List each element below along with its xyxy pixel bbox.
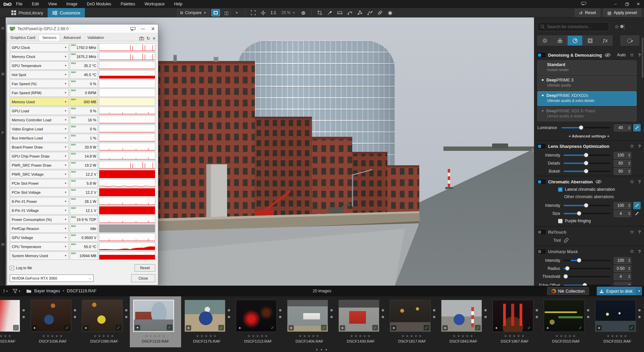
help-icon[interactable]: ? <box>638 179 641 184</box>
sensor-select[interactable]: Video Engine Load▼ <box>10 125 69 133</box>
favorite-star-icon[interactable]: ☆ <box>630 143 634 149</box>
panel-scrollbar[interactable] <box>642 38 643 78</box>
filmstrip[interactable]: ✦✓ ★★★★★ DSCF1023.RAF ✦✓ ★★★★★ DSCF1036.… <box>0 296 644 352</box>
gpuz-close-button-bottom[interactable]: Close <box>131 274 155 282</box>
tab-customize[interactable]: Customize <box>48 8 85 17</box>
filmstrip-thumbnail[interactable]: ✦✓ ★★★★★ DSCF2010.RAF <box>540 296 592 347</box>
bandage-icon[interactable] <box>563 237 569 243</box>
eye-slash-icon[interactable] <box>595 180 602 184</box>
sensor-select[interactable]: PWR_SRC Power Draw▼ <box>10 161 69 169</box>
apply-preset-button[interactable]: ▤ Apply preset <box>603 9 641 17</box>
lens-bokeh-value-box[interactable]: 50 <box>614 168 631 175</box>
star-rating[interactable]: ★★★★★ <box>386 334 438 338</box>
star-rating[interactable]: ★★★★★ <box>130 334 181 338</box>
lens-details-slider[interactable] <box>564 163 610 164</box>
gpuz-close-button[interactable]: ✕ <box>148 25 158 33</box>
chromatic-aberration-enable-toggle[interactable] <box>537 180 545 184</box>
export-to-disk-button[interactable]: Export to disk ▼ <box>597 287 642 295</box>
thumbnail-image[interactable]: ✦✓ <box>492 300 533 332</box>
sensor-select[interactable]: GPU Clock▼ <box>10 43 69 52</box>
filmstrip-thumbnail[interactable]: ✦✓ ★★★★★ DSCF1213.RAF <box>232 296 284 347</box>
sensor-select[interactable]: Memory Used▼ <box>10 98 69 106</box>
sensor-select[interactable]: Memory Controller Load▼ <box>10 116 69 124</box>
zoom-1to1-button[interactable]: 1:1 <box>269 9 277 17</box>
gpuz-tab-graphics-card[interactable]: Graphics Card <box>7 35 39 41</box>
active-corrections-toggle[interactable] <box>624 24 625 30</box>
reset-button[interactable]: ↺ Reset <box>575 9 600 17</box>
filmstrip-thumbnail[interactable]: ✦✓ ★★★★★ DSCF1967.RAF <box>489 296 540 347</box>
favorites-filter-icon[interactable]: ☆ <box>614 24 619 30</box>
single-view-button[interactable] <box>211 9 220 16</box>
nik-collection-button[interactable]: Nik Collection <box>547 287 589 295</box>
purple-fringing-row[interactable]: Purple fringing <box>558 219 591 223</box>
sensor-select[interactable]: Fan Speed (RPM)▼ <box>10 89 69 97</box>
sensor-select[interactable]: GPU Chip Power Draw▼ <box>10 152 69 160</box>
menu-edit[interactable]: Edit <box>27 0 44 8</box>
lens-intensity-value-box[interactable]: 100 <box>614 152 631 159</box>
favorite-star-icon[interactable]: ☆ <box>630 179 634 185</box>
thumbnail-image[interactable]: ✦✓ <box>544 300 585 332</box>
denoise-option-deepprime3[interactable]: ✦DeepPRIME 3 Ultimate quality <box>537 76 637 91</box>
filmstrip-thumbnail[interactable]: ✦✓ ★★★★★ DSCF1430.RAF <box>335 296 386 347</box>
filmstrip-scroll-handle[interactable]: ● ● ● <box>0 348 644 351</box>
star-rating[interactable]: ★★★★★ <box>489 334 540 338</box>
star-rating[interactable]: ★★★★★ <box>438 334 489 338</box>
favorite-star-icon[interactable]: ☆ <box>630 52 634 58</box>
sensor-select[interactable]: PWR_SRC Voltage▼ <box>10 170 69 178</box>
lateral-ca-checkbox-row[interactable]: ✓ Lateral chromatic aberration <box>558 187 615 192</box>
sensor-select[interactable]: Fan Speed (%)▼ <box>10 79 69 88</box>
star-rating[interactable]: ★★★★★ <box>0 334 27 338</box>
lateral-ca-checkbox[interactable]: ✓ <box>558 187 562 192</box>
control-line-icon[interactable] <box>356 9 364 17</box>
usm-radius-value-box[interactable]: 0.50 <box>614 265 631 272</box>
crop-tool-icon[interactable] <box>316 9 324 17</box>
thumbnail-image[interactable]: ✦✓ <box>338 300 379 332</box>
help-icon[interactable]: ? <box>638 53 641 58</box>
lens-sharpness-enable-toggle[interactable] <box>537 144 545 148</box>
menu-palettes[interactable]: Palettes <box>116 0 140 8</box>
search-corrections-input[interactable]: Search for corrections... <box>537 22 609 31</box>
control-point-icon[interactable] <box>346 9 354 17</box>
retouch-enable-toggle[interactable] <box>537 230 545 234</box>
usm-intensity-slider[interactable] <box>564 260 610 261</box>
sensor-select[interactable]: Memory Clock▼ <box>10 52 69 61</box>
minimize-button[interactable]: – <box>610 0 621 8</box>
sensor-select[interactable]: Power Consumption (%)▼ <box>10 215 69 224</box>
view-mode-dropdown[interactable]: ▼ <box>233 9 241 17</box>
usm-threshold-value-box[interactable]: 4 <box>614 273 631 280</box>
help-icon[interactable]: ? <box>638 230 641 235</box>
luminance-value-box[interactable]: 40 <box>614 124 631 131</box>
gpuz-titlebar[interactable]: TechPowerUp GPU-Z 2.68.0 — ✕ <box>7 24 158 33</box>
sensor-select[interactable]: CPU Temperature▼ <box>10 242 69 251</box>
thumbnail-image[interactable]: ✦✓ <box>184 300 225 332</box>
unsharp-mask-enable-toggle[interactable] <box>537 249 545 253</box>
whitebalance-picker-icon[interactable] <box>326 9 334 17</box>
star-rating[interactable]: ★★★★★ <box>335 334 386 338</box>
filmstrip-thumbnail[interactable]: ✦✓ ★★★★★ DSCF1036.RAF <box>27 296 78 347</box>
tab-detail[interactable] <box>568 36 582 46</box>
tab-photolibrary[interactable]: PhotoLibrary <box>7 8 48 17</box>
palette-tab-m1[interactable]: M <box>0 72 6 76</box>
split-view-button[interactable]: ◫ <box>222 9 231 16</box>
sensor-select[interactable]: GPU Voltage▼ <box>10 233 69 242</box>
denoise-option-deepprime-xd3[interactable]: ✦DeepPRIME XD3 X-Trans Utmost quality & … <box>537 107 637 121</box>
sensor-select[interactable]: PCIe Slot Power▼ <box>10 179 69 187</box>
pan-move-icon[interactable] <box>259 9 267 17</box>
star-rating[interactable]: ★★★★★ <box>540 334 592 338</box>
usm-intensity-value-box[interactable]: 100 <box>614 257 631 264</box>
denoise-option-deepprime-xd[interactable]: ✦DeepPRIME XD/XD2s Ultimate quality & ex… <box>537 91 637 106</box>
menu-help[interactable]: Help <box>169 0 187 8</box>
luminance-slider[interactable] <box>561 127 610 128</box>
filmstrip-thumbnail[interactable]: ✦✓ ★★★★★ DSCF2031.RAF <box>592 296 643 347</box>
thumbnail-image[interactable]: ✦✓ <box>441 300 482 332</box>
gpuz-reset-button[interactable]: Reset <box>135 264 155 272</box>
thumbnail-image[interactable]: ✦✓ <box>236 300 277 332</box>
fit-screen-icon[interactable] <box>249 9 257 17</box>
polyline-tool-icon[interactable] <box>366 9 374 17</box>
sensor-select[interactable]: GPU Temperature▼ <box>10 61 69 70</box>
gpuz-window[interactable]: TechPowerUp GPU-Z 2.68.0 — ✕ Graphics Ca… <box>7 24 158 285</box>
restore-button[interactable] <box>621 0 633 8</box>
usm-threshold-slider[interactable] <box>564 276 610 277</box>
panel-collapse-chevron[interactable]: ❯ <box>531 148 535 153</box>
horizon-tool-icon[interactable] <box>336 9 344 17</box>
